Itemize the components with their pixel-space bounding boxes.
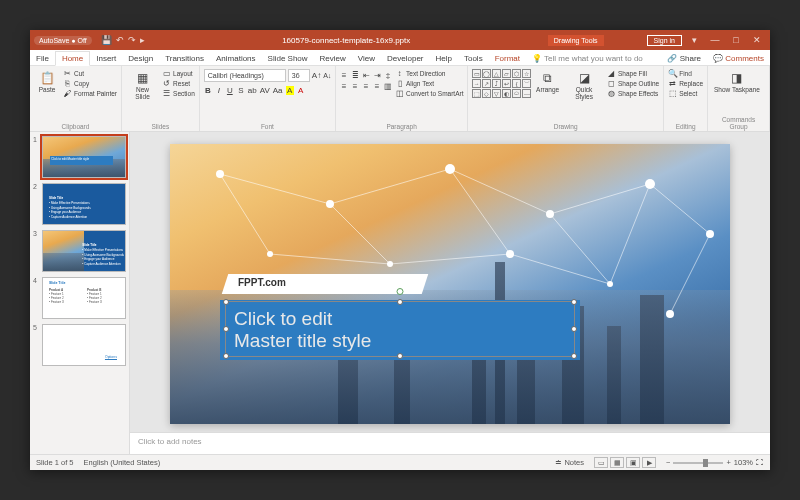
redo-icon[interactable]: ↷ <box>128 35 136 45</box>
tab-insert[interactable]: Insert <box>90 52 122 65</box>
resize-handle-n[interactable] <box>397 299 403 305</box>
shrink-font-icon[interactable]: A↓ <box>323 72 331 79</box>
tab-view[interactable]: View <box>352 52 381 65</box>
font-color-button[interactable]: A <box>297 86 305 95</box>
quick-styles-button[interactable]: ◪Quick Styles <box>564 69 604 101</box>
rotate-handle[interactable] <box>397 288 404 295</box>
text-direction-button[interactable]: ↕Text Direction <box>395 69 463 78</box>
ribbon-options-icon[interactable]: ▾ <box>685 35 703 45</box>
close-icon[interactable]: ✕ <box>748 35 766 45</box>
save-icon[interactable]: 💾 <box>101 35 112 45</box>
tab-format[interactable]: Format <box>489 52 526 65</box>
section-button[interactable]: ☰Section <box>162 89 195 98</box>
notes-pane[interactable]: Click to add notes <box>130 432 770 454</box>
show-taskpane-button[interactable]: ◨Show Taskpane <box>712 69 762 95</box>
resize-handle-e[interactable] <box>571 326 577 332</box>
tell-me-search[interactable]: 💡 Tell me what you want to do <box>526 52 662 65</box>
notes-toggle[interactable]: ≐ Notes <box>555 458 584 467</box>
justify-button[interactable]: ≡ <box>373 82 381 91</box>
font-size-select[interactable]: 36 <box>288 69 310 82</box>
zoom-in-button[interactable]: + <box>726 458 730 467</box>
share-button[interactable]: 🔗 Share <box>661 52 707 65</box>
indent-dec-button[interactable]: ⇤ <box>362 71 370 80</box>
resize-handle-w[interactable] <box>223 326 229 332</box>
arrange-button[interactable]: ⧉Arrange <box>534 69 561 95</box>
comments-button[interactable]: 💬 Comments <box>707 52 770 65</box>
numbering-button[interactable]: ≣ <box>351 71 359 80</box>
shape-effects-button[interactable]: ◍Shape Effects <box>607 89 659 98</box>
resize-handle-ne[interactable] <box>571 299 577 305</box>
smartart-button[interactable]: ◫Convert to SmartArt <box>395 89 463 98</box>
resize-handle-se[interactable] <box>571 353 577 359</box>
tab-help[interactable]: Help <box>430 52 458 65</box>
line-spacing-button[interactable]: ‡ <box>384 71 392 80</box>
thumbnail-2[interactable]: Slide Title• Make Effective Presentation… <box>42 183 126 225</box>
tab-developer[interactable]: Developer <box>381 52 429 65</box>
language-status[interactable]: English (United States) <box>84 458 161 467</box>
tab-file[interactable]: File <box>30 52 55 65</box>
slide-canvas[interactable]: FPPT.com Click to editMaster title style <box>170 144 730 424</box>
signin-button[interactable]: Sign in <box>647 35 682 46</box>
bold-button[interactable]: B <box>204 86 212 95</box>
shadow-button[interactable]: ab <box>248 86 257 95</box>
format-painter-button[interactable]: 🖌Format Painter <box>63 89 117 98</box>
case-button[interactable]: Aa <box>273 86 283 95</box>
tab-animations[interactable]: Animations <box>210 52 262 65</box>
grow-font-icon[interactable]: A↑ <box>312 71 321 80</box>
tab-tools[interactable]: Tools <box>458 52 489 65</box>
underline-button[interactable]: U <box>226 86 234 95</box>
find-button[interactable]: 🔍Find <box>668 69 703 78</box>
slideshow-view-button[interactable]: ▶ <box>642 457 656 468</box>
resize-handle-nw[interactable] <box>223 299 229 305</box>
tab-home[interactable]: Home <box>55 51 90 66</box>
selection-border[interactable] <box>225 301 575 357</box>
bullets-button[interactable]: ≡ <box>340 71 348 80</box>
cut-button[interactable]: ✂Cut <box>63 69 117 78</box>
align-right-button[interactable]: ≡ <box>362 82 370 91</box>
shape-fill-button[interactable]: ◢Shape Fill <box>607 69 659 78</box>
thumbnail-1[interactable]: Click to edit Master title style <box>42 136 126 178</box>
zoom-slider[interactable] <box>673 462 723 464</box>
tab-transitions[interactable]: Transitions <box>159 52 210 65</box>
indent-inc-button[interactable]: ⇥ <box>373 71 381 80</box>
tab-slideshow[interactable]: Slide Show <box>262 52 314 65</box>
start-show-icon[interactable]: ▸ <box>140 35 145 45</box>
shapes-gallery[interactable]: ▭◯△▱⬡☆ →↗⤴↩{﹀ ⬚◇▽◐⬭⋯ <box>472 69 531 98</box>
columns-button[interactable]: ▥ <box>384 82 392 91</box>
fit-window-button[interactable]: ⛶ <box>756 458 764 467</box>
align-center-button[interactable]: ≡ <box>351 82 359 91</box>
align-left-button[interactable]: ≡ <box>340 82 348 91</box>
sorter-view-button[interactable]: ▦ <box>610 457 624 468</box>
thumbnail-3[interactable]: Slide Title• Make Effective Presentation… <box>42 230 126 272</box>
new-slide-button[interactable]: ▦New Slide <box>126 69 159 101</box>
reset-button[interactable]: ↺Reset <box>162 79 195 88</box>
select-button[interactable]: ⬚Select <box>668 89 703 98</box>
italic-button[interactable]: I <box>215 86 223 95</box>
copy-button[interactable]: ⎘Copy <box>63 79 117 88</box>
undo-icon[interactable]: ↶ <box>116 35 124 45</box>
highlight-button[interactable]: A <box>286 86 294 95</box>
resize-handle-sw[interactable] <box>223 353 229 359</box>
thumbnail-5[interactable]: Options <box>42 324 126 366</box>
tab-design[interactable]: Design <box>122 52 159 65</box>
layout-button[interactable]: ▭Layout <box>162 69 195 78</box>
reading-view-button[interactable]: ▣ <box>626 457 640 468</box>
autosave-toggle[interactable]: AutoSave ● Off <box>34 36 92 45</box>
normal-view-button[interactable]: ▭ <box>594 457 608 468</box>
align-text-button[interactable]: ▯Align Text <box>395 79 463 88</box>
maximize-icon[interactable]: □ <box>727 35 745 45</box>
slide-canvas-wrap[interactable]: FPPT.com Click to editMaster title style <box>130 132 770 432</box>
spacing-button[interactable]: AV <box>260 86 270 95</box>
resize-handle-s[interactable] <box>397 353 403 359</box>
zoom-level[interactable]: 103% <box>734 458 753 467</box>
paste-button[interactable]: 📋Paste <box>34 69 60 95</box>
slide-counter[interactable]: Slide 1 of 5 <box>36 458 74 467</box>
strike-button[interactable]: S <box>237 86 245 95</box>
thumbnail-4[interactable]: Slide TitleProduct A• Feature 1• Feature… <box>42 277 126 319</box>
shape-outline-button[interactable]: ◻Shape Outline <box>607 79 659 88</box>
minimize-icon[interactable]: — <box>706 35 724 45</box>
replace-button[interactable]: ⇄Replace <box>668 79 703 88</box>
zoom-out-button[interactable]: − <box>666 458 670 467</box>
tab-review[interactable]: Review <box>314 52 352 65</box>
font-family-select[interactable]: Calibri (Headings) <box>204 69 286 82</box>
